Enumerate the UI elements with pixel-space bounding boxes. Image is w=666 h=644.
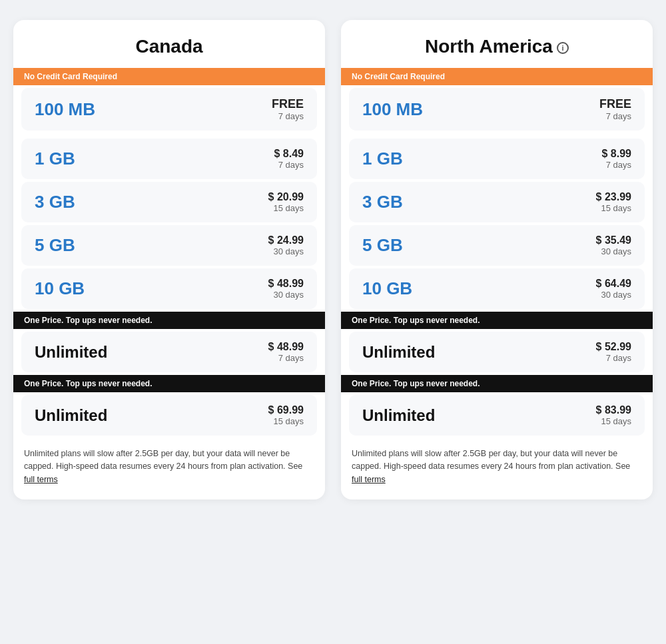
plan-price: $ 20.99 — [268, 191, 304, 203]
unlimited-banner-0: One Price. Top ups never needed. — [13, 312, 325, 329]
plan-price: $ 8.49 — [274, 148, 304, 160]
plan-days: 7 days — [274, 160, 304, 170]
unlimited-price-block: $ 83.99 15 days — [596, 404, 631, 426]
unlimited-plan-row-0[interactable]: Unlimited $ 48.99 7 days — [21, 332, 317, 372]
plan-days: 30 days — [268, 246, 304, 256]
plan-price-block: $ 48.99 30 days — [268, 278, 304, 300]
plan-data-label: 5 GB — [362, 235, 403, 256]
free-plan-days: 7 days — [599, 111, 631, 121]
unlimited-price: $ 83.99 — [596, 404, 631, 416]
unlimited-price-block: $ 69.99 15 days — [268, 404, 304, 426]
info-icon: i — [557, 42, 569, 54]
data-plan-row-3[interactable]: 10 GB $ 64.49 30 days — [349, 268, 645, 309]
unlimited-price: $ 52.99 — [596, 341, 631, 353]
plan-price-block: $ 23.99 15 days — [596, 191, 631, 213]
unlimited-label: Unlimited — [35, 406, 107, 425]
unlimited-price: $ 48.99 — [268, 341, 304, 353]
unlimited-label: Unlimited — [362, 406, 435, 425]
plan-data-label: 3 GB — [362, 192, 403, 212]
data-plan-row-1[interactable]: 3 GB $ 23.99 15 days — [349, 182, 645, 222]
unlimited-price-block: $ 48.99 7 days — [268, 341, 304, 363]
unlimited-plan-row-1[interactable]: Unlimited $ 69.99 15 days — [21, 395, 317, 436]
title-north-america: North Americai — [341, 20, 653, 68]
full-terms-link[interactable]: full terms — [352, 475, 386, 484]
free-plan-data: 100 MB — [35, 99, 95, 120]
unlimited-price: $ 69.99 — [268, 404, 304, 416]
free-plan-data: 100 MB — [362, 99, 423, 120]
plan-price: $ 35.49 — [596, 234, 631, 246]
unlimited-days: 15 days — [596, 416, 631, 426]
plan-price-block: $ 64.49 30 days — [596, 278, 631, 300]
disclaimer-text: Unlimited plans will slow after 2.5GB pe… — [13, 438, 325, 486]
plan-days: 7 days — [602, 160, 631, 170]
plan-data-label: 1 GB — [362, 149, 403, 169]
full-terms-link[interactable]: full terms — [24, 475, 58, 484]
data-plan-row-1[interactable]: 3 GB $ 20.99 15 days — [21, 182, 317, 222]
plan-price: $ 8.99 — [602, 148, 631, 160]
unlimited-days: 7 days — [268, 353, 304, 363]
disclaimer-text: Unlimited plans will slow after 2.5GB pe… — [341, 438, 653, 486]
plan-data-label: 3 GB — [35, 192, 75, 212]
plan-price-block: $ 8.49 7 days — [274, 148, 304, 170]
unlimited-price-block: $ 52.99 7 days — [596, 341, 631, 363]
free-plan-price-block: FREE 7 days — [272, 97, 304, 121]
unlimited-banner-1: One Price. Top ups never needed. — [341, 375, 653, 392]
plan-days: 15 days — [596, 203, 631, 213]
pricing-columns: CanadaNo Credit Card Required 100 MB FRE… — [13, 20, 653, 499]
unlimited-plan-row-0[interactable]: Unlimited $ 52.99 7 days — [349, 332, 645, 372]
plan-price-block: $ 35.49 30 days — [596, 234, 631, 256]
plan-days: 30 days — [268, 290, 304, 300]
plan-price-block: $ 8.99 7 days — [602, 148, 631, 170]
unlimited-banner-0: One Price. Top ups never needed. — [341, 312, 653, 329]
free-banner: No Credit Card Required — [341, 68, 653, 85]
card-north-america: North AmericaiNo Credit Card Required 10… — [341, 20, 653, 499]
plan-data-label: 10 GB — [35, 278, 85, 299]
unlimited-banner-1: One Price. Top ups never needed. — [13, 375, 325, 392]
plan-price-block: $ 24.99 30 days — [268, 234, 304, 256]
plan-data-label: 5 GB — [35, 235, 75, 256]
data-plan-row-0[interactable]: 1 GB $ 8.99 7 days — [349, 139, 645, 179]
free-plan-price: FREE — [599, 97, 631, 111]
unlimited-days: 15 days — [268, 416, 304, 426]
data-plan-row-2[interactable]: 5 GB $ 24.99 30 days — [21, 225, 317, 266]
plan-price: $ 48.99 — [268, 278, 304, 290]
plan-data-label: 1 GB — [35, 149, 75, 169]
free-plan-price: FREE — [272, 97, 304, 111]
unlimited-label: Unlimited — [362, 343, 435, 362]
data-plan-row-2[interactable]: 5 GB $ 35.49 30 days — [349, 225, 645, 266]
plan-price-block: $ 20.99 15 days — [268, 191, 304, 213]
plan-data-label: 10 GB — [362, 278, 412, 299]
plan-days: 15 days — [268, 203, 304, 213]
free-plan-row[interactable]: 100 MB FREE 7 days — [21, 88, 317, 131]
plan-price: $ 64.49 — [596, 278, 631, 290]
card-canada: CanadaNo Credit Card Required 100 MB FRE… — [13, 20, 325, 499]
plan-days: 30 days — [596, 290, 631, 300]
free-banner: No Credit Card Required — [13, 68, 325, 85]
data-plan-row-0[interactable]: 1 GB $ 8.49 7 days — [21, 139, 317, 179]
data-plan-row-3[interactable]: 10 GB $ 48.99 30 days — [21, 268, 317, 309]
unlimited-plan-row-1[interactable]: Unlimited $ 83.99 15 days — [349, 395, 645, 436]
free-plan-price-block: FREE 7 days — [599, 97, 631, 121]
unlimited-label: Unlimited — [35, 343, 107, 362]
title-canada: Canada — [13, 20, 325, 68]
plan-price: $ 23.99 — [596, 191, 631, 203]
unlimited-days: 7 days — [596, 353, 631, 363]
plan-days: 30 days — [596, 246, 631, 256]
plan-price: $ 24.99 — [268, 234, 304, 246]
free-plan-row[interactable]: 100 MB FREE 7 days — [349, 88, 645, 131]
free-plan-days: 7 days — [272, 111, 304, 121]
